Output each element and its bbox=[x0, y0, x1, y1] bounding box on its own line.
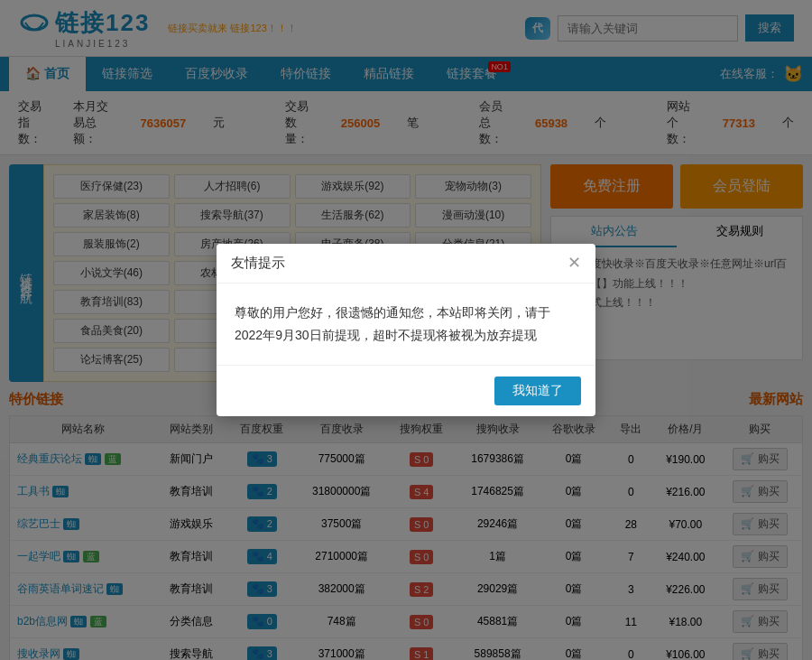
modal-body: 尊敬的用户您好，很遗憾的通知您，本站即将关闭，请于2022年9月30日前提现，超… bbox=[217, 284, 595, 365]
modal-footer: 我知道了 bbox=[217, 365, 595, 416]
modal-confirm-button[interactable]: 我知道了 bbox=[494, 376, 581, 405]
modal-header: 友情提示 ✕ bbox=[217, 244, 595, 284]
modal-dialog: 友情提示 ✕ 尊敬的用户您好，很遗憾的通知您，本站即将关闭，请于2022年9月3… bbox=[217, 244, 595, 416]
modal-overlay: 友情提示 ✕ 尊敬的用户您好，很遗憾的通知您，本站即将关闭，请于2022年9月3… bbox=[0, 0, 812, 660]
modal-title: 友情提示 bbox=[231, 255, 285, 272]
modal-close-button[interactable]: ✕ bbox=[567, 255, 581, 271]
